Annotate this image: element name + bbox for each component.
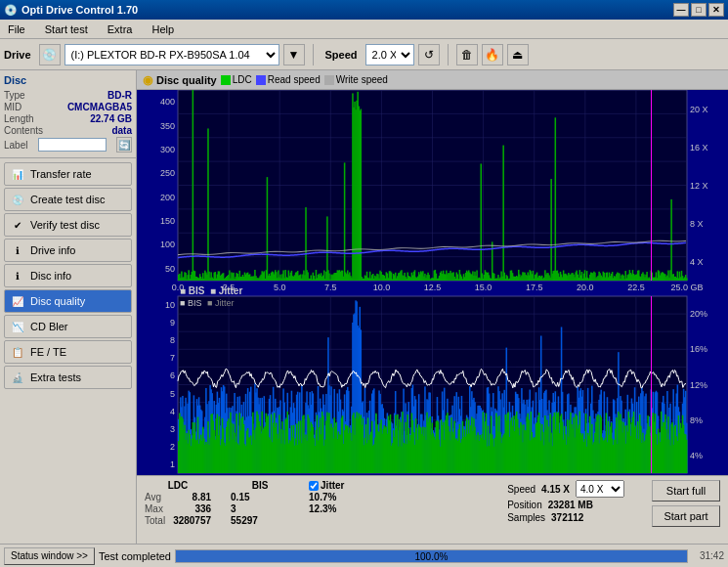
fe-te-icon: 📋 (11, 345, 24, 359)
disc-length-label: Length (4, 113, 34, 124)
extra-tests-icon: 🔬 (11, 371, 24, 384)
disc-quality-icon: 📈 (11, 294, 24, 308)
menu-help[interactable]: Help (148, 22, 178, 37)
disc-mid-row: MID CMCMAGBA5 (4, 102, 132, 112)
toolbar-separator (313, 44, 314, 65)
drive-select[interactable]: (I:) PLEXTOR BD-R PX-B950SA 1.04 (64, 44, 279, 65)
nav-fe-te[interactable]: 📋 FE / TE (4, 340, 132, 364)
toolbar: Drive 💿 (I:) PLEXTOR BD-R PX-B950SA 1.04… (0, 39, 728, 70)
stats-avg-label: Avg (145, 492, 161, 502)
disc-contents-value: data (111, 125, 132, 136)
jitter-header-row: Jitter (309, 480, 377, 491)
samples-label: Samples (507, 512, 545, 523)
charts-area (137, 90, 728, 475)
disc-mid-label: MID (4, 102, 21, 112)
speed-value: 4.15 X (541, 484, 570, 495)
status-window-button[interactable]: Status window >> (4, 547, 95, 565)
stats-ldc-max: Max 336 (145, 503, 211, 514)
maximize-button[interactable]: □ (691, 3, 707, 17)
legend-write-speed-box (324, 75, 334, 85)
titlebar-title: 💿 Opti Drive Control 1.70 (4, 4, 138, 17)
refresh-btn[interactable]: ↺ (418, 44, 440, 65)
legend-ldc-box (221, 75, 231, 85)
speed-info: Speed 4.15 X 4.0 X Position 23281 MB Sam… (507, 480, 624, 540)
start-full-button[interactable]: Start full (652, 480, 720, 502)
nav-create-test-label: Create test disc (30, 194, 105, 205)
chart-header: ◉ Disc quality LDC Read speed Write spee… (137, 70, 728, 90)
titlebar-controls: — □ ✕ (673, 3, 724, 17)
titlebar: 💿 Opti Drive Control 1.70 — □ ✕ (0, 0, 728, 20)
disc-type-value: BD-R (107, 90, 132, 101)
nav-cd-bler-label: CD Bler (30, 321, 68, 332)
disc-label-input[interactable] (38, 138, 107, 152)
stats-ldc-total-val: 3280757 (173, 515, 211, 526)
left-panel: Disc Type BD-R MID CMCMAGBA5 Length 22.7… (0, 70, 137, 544)
drive-label: Drive (4, 49, 31, 61)
position-value: 23281 MB (548, 500, 593, 510)
eject-btn[interactable]: ⏏ (507, 44, 529, 65)
nav-drive-info[interactable]: ℹ Drive info (4, 239, 132, 262)
menubar: File Start test Extra Help (0, 20, 728, 39)
start-part-button[interactable]: Start part (652, 505, 720, 527)
speed-select-stats[interactable]: 4.0 X (576, 480, 624, 498)
app-title: Opti Drive Control 1.70 (21, 4, 138, 16)
speed-label: Speed (325, 49, 358, 61)
app-icon: 💿 (4, 4, 18, 17)
disc-label-label: Label (4, 140, 27, 151)
disc-type-label: Type (4, 90, 25, 101)
stats-bis-max: 3 (231, 503, 289, 514)
nav-fe-te-label: FE / TE (30, 346, 66, 358)
nav-cd-bler[interactable]: 📉 CD Bler (4, 315, 132, 338)
disc-contents-label: Contents (4, 125, 43, 136)
nav-disc-info-label: Disc info (30, 270, 71, 282)
stats-ldc-avg-val: 8.81 (193, 492, 211, 502)
stats-jitter-avg: 10.7% (309, 492, 377, 502)
stats-jitter-avg-val: 10.7% (309, 492, 336, 502)
legend-write-speed-label: Write speed (336, 74, 388, 85)
nav-drive-info-label: Drive info (30, 244, 75, 256)
stats-jitter-max-val: 12.3% (309, 503, 336, 514)
drive-btn[interactable]: ▼ (283, 44, 305, 65)
minimize-button[interactable]: — (673, 3, 689, 17)
stats-jitter: Jitter 10.7% 12.3% (309, 480, 377, 540)
speed-select[interactable]: 2.0 X 4.0 X (365, 44, 414, 65)
jitter-checkbox[interactable] (309, 481, 319, 491)
status-text: Test completed (99, 550, 171, 562)
disc-section-title: Disc (4, 74, 132, 86)
nav-disc-quality-label: Disc quality (30, 295, 85, 307)
drive-info-icon: ℹ (11, 243, 24, 257)
stats-bis-total: 55297 (231, 515, 289, 526)
toolbar-separator2 (448, 44, 449, 65)
disc-type-row: Type BD-R (4, 90, 132, 101)
legend-ldc-label: LDC (233, 74, 252, 85)
nav-extra-tests-label: Extra tests (30, 371, 81, 383)
disc-label-btn[interactable]: 🔄 (116, 137, 132, 153)
samples-value: 372112 (551, 512, 583, 523)
nav-verify-test[interactable]: ✔ Verify test disc (4, 213, 132, 237)
stats-bis-total-val: 55297 (231, 515, 258, 526)
main-area: Disc Type BD-R MID CMCMAGBA5 Length 22.7… (0, 70, 728, 544)
position-label: Position (507, 500, 542, 510)
nav-disc-info[interactable]: ℹ Disc info (4, 264, 132, 287)
samples-row: Samples 372112 (507, 512, 624, 523)
legend-write-speed: Write speed (324, 74, 388, 85)
close-button[interactable]: ✕ (708, 3, 724, 17)
right-panel: ◉ Disc quality LDC Read speed Write spee… (137, 70, 728, 544)
erase-btn[interactable]: 🗑 (456, 44, 478, 65)
stats-ldc-avg: Avg 8.81 (145, 492, 211, 502)
menu-file[interactable]: File (4, 22, 29, 37)
nav-transfer-rate-label: Transfer rate (30, 168, 92, 180)
nav-create-test[interactable]: 💿 Create test disc (4, 188, 132, 211)
menu-extra[interactable]: Extra (104, 22, 137, 37)
nav-extra-tests[interactable]: 🔬 Extra tests (4, 366, 132, 389)
create-test-icon: 💿 (11, 193, 24, 206)
statusbar: Status window >> Test completed 100.0% 3… (0, 544, 728, 567)
burn-btn[interactable]: 🔥 (482, 44, 503, 65)
transfer-rate-icon: 📊 (11, 167, 24, 181)
legend-read-speed-label: Read speed (268, 74, 321, 85)
nav-transfer-rate[interactable]: 📊 Transfer rate (4, 162, 132, 186)
stats-ldc-total: Total 3280757 (145, 515, 211, 526)
menu-start-test[interactable]: Start test (41, 22, 92, 37)
disc-label-row: Label 🔄 (4, 137, 132, 153)
nav-disc-quality[interactable]: 📈 Disc quality (4, 289, 132, 313)
